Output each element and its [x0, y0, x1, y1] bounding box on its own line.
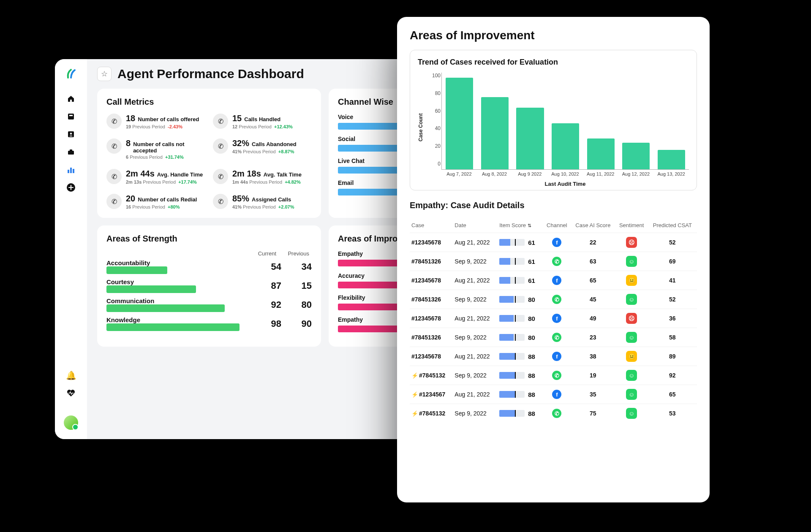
svg-point-3 [70, 133, 72, 134]
bar-chart-icon[interactable] [65, 163, 77, 176]
strength-label: Communication [106, 297, 166, 304]
case-channel: f [543, 271, 571, 290]
case-sentiment: ☺ [615, 404, 648, 423]
metric-value: 32% [232, 138, 249, 148]
table-row[interactable]: #12345678Aug 21, 202280f49☹36 [410, 309, 697, 328]
facebook-icon: f [552, 238, 561, 247]
sort-icon[interactable]: ⇅ [528, 223, 531, 228]
case-channel: ✆ [543, 252, 571, 271]
metric-label: Avg. Handle Time [157, 171, 203, 178]
chart-ylabel: Case Count [418, 73, 424, 182]
predicted-csat: 52 [648, 233, 697, 252]
trend-chart-card: Trend of Cases received for Evaluation C… [410, 50, 697, 190]
whatsapp-icon: ✆ [552, 409, 561, 418]
strength-row: Accountability5434 [106, 259, 312, 274]
metric-value: 2m 18s [232, 169, 261, 179]
table-header[interactable]: Predicted CSAT [648, 218, 697, 233]
strength-row: Knowledge9890 [106, 316, 312, 331]
item-score: 61 [498, 271, 543, 290]
case-sentiment: 😐 [615, 271, 648, 290]
x-tick: Aug 11, 2022 [583, 171, 618, 176]
briefcase-icon[interactable] [65, 146, 77, 158]
table-row[interactable]: ⚡#1234567Aug 21, 202288f35☺65 [410, 385, 697, 404]
table-header[interactable]: Item Score⇅ [498, 218, 543, 233]
y-tick: 20 [424, 143, 441, 149]
table-row[interactable]: ⚡#7845132Sep 9, 202288✆75☺53 [410, 404, 697, 423]
strength-row: Courtesy8715 [106, 278, 312, 293]
sentiment-badge: ☺ [626, 389, 637, 400]
metric-sub: 2m 13s Previous Period +17.74% [126, 179, 203, 185]
strength-current: 54 [256, 261, 281, 272]
strength-current: 98 [256, 318, 281, 329]
table-row[interactable]: #78451326Sep 9, 202280✆45☺52 [410, 290, 697, 309]
table-row[interactable]: ⚡#7845132Sep 9, 202288✆19☺92 [410, 366, 697, 385]
metric-sub: 16 Previous Period +80% [126, 204, 197, 209]
svg-rect-8 [73, 169, 74, 173]
home-icon[interactable] [65, 92, 77, 105]
metric-sub: 41% Previous Period +8.87% [232, 149, 297, 154]
table-header[interactable]: Date [453, 218, 498, 233]
lightning-icon: ⚡ [411, 410, 418, 417]
case-sentiment: ☺ [615, 252, 648, 271]
sentiment-badge: ☺ [626, 294, 637, 305]
case-id: #12345678 [410, 233, 453, 252]
bell-icon[interactable]: 🔔 [65, 369, 77, 382]
metric-sub: 6 Previous Period +31.74% [126, 155, 205, 160]
case-ai-score: 38 [571, 347, 615, 366]
metric-item: ✆32%Calls Abandoned41% Previous Period +… [213, 138, 312, 160]
case-ai-score: 49 [571, 309, 615, 328]
case-sentiment: ☹ [615, 233, 648, 252]
metric-label: Calls Handled [244, 116, 280, 122]
strength-current: 87 [256, 280, 281, 291]
sentiment-badge: ☺ [626, 370, 637, 381]
table-row[interactable]: #78451326Sep 9, 202261✆63☺69 [410, 252, 697, 271]
predicted-csat: 69 [648, 252, 697, 271]
add-icon[interactable] [65, 181, 77, 194]
table-header[interactable]: Sentiment [615, 218, 648, 233]
x-tick: Aug 8, 2022 [477, 171, 512, 176]
svg-rect-5 [70, 149, 72, 151]
table-row[interactable]: #12345678Aug 21, 202261f65😐41 [410, 271, 697, 290]
chart-bar [653, 150, 689, 169]
phone-end-icon: ✆ [213, 138, 228, 154]
table-header[interactable]: Channel [543, 218, 571, 233]
sentiment-badge: 😐 [626, 351, 637, 362]
whatsapp-icon: ✆ [552, 257, 561, 266]
chart-bar [477, 97, 513, 169]
case-ai-score: 45 [571, 290, 615, 309]
case-id: #78451326 [410, 252, 453, 271]
case-id: #78451326 [410, 328, 453, 347]
heart-monitor-icon[interactable] [65, 387, 77, 399]
avatar[interactable] [64, 415, 78, 430]
metric-label: Number of calls Redial [138, 196, 197, 203]
case-channel: ✆ [543, 366, 571, 385]
predicted-csat: 92 [648, 366, 697, 385]
metric-sub: 1m 44s Previous Period +4.82% [232, 179, 302, 185]
whatsapp-icon: ✆ [552, 333, 561, 342]
table-row[interactable]: #12345678Aug 21, 202288f38😐89 [410, 347, 697, 366]
x-tick: Aug 12, 2022 [618, 171, 654, 176]
x-tick: Aug 10, 2022 [547, 171, 583, 176]
metric-value: 15 [232, 114, 242, 123]
strength-current: 92 [256, 299, 281, 310]
case-date: Sep 9, 2022 [453, 252, 498, 271]
case-channel: ✆ [543, 328, 571, 347]
y-tick: 0 [424, 161, 441, 167]
svg-rect-7 [70, 168, 72, 173]
card-title: Areas of Strength [106, 234, 312, 244]
template-icon[interactable] [65, 110, 77, 123]
item-score: 88 [498, 366, 543, 385]
predicted-csat: 53 [648, 404, 697, 423]
case-channel: f [543, 233, 571, 252]
table-header[interactable]: Case AI Score [571, 218, 615, 233]
case-ai-score: 35 [571, 385, 615, 404]
table-row[interactable]: #12345678Aug 21, 202261f22☹52 [410, 233, 697, 252]
metric-item: ✆2m 44sAvg. Handle Time2m 13s Previous P… [106, 169, 205, 185]
table-row[interactable]: #78451326Sep 9, 202280✆23☺58 [410, 328, 697, 347]
item-score: 61 [498, 252, 543, 271]
favorite-button[interactable]: ☆ [97, 67, 112, 81]
table-header[interactable]: Case [410, 218, 453, 233]
metric-item: ✆85%Assigned Calls41% Previous Period +2… [213, 194, 312, 209]
contacts-icon[interactable] [65, 128, 77, 141]
chart-bar [618, 143, 654, 169]
